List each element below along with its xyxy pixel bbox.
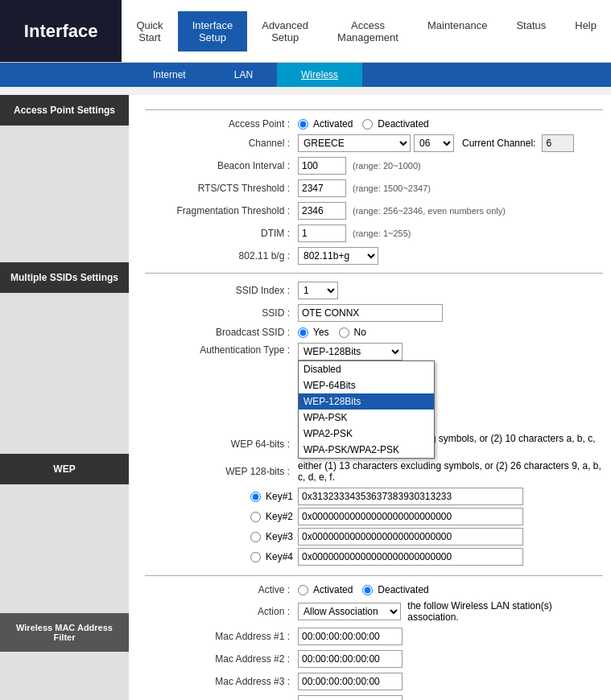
dot11-row: 802.11 b/g : 802.11b+g: [145, 247, 603, 265]
rts-label: RTS/CTS Threshold :: [145, 183, 298, 194]
broadcast-ssid-control: Yes No: [298, 327, 366, 338]
auth-type-control: WEP-128Bits Disabled WEP-64Bits WEP-128B…: [298, 343, 403, 360]
rts-range: (range: 1500~2347): [353, 183, 431, 193]
wep64-label: WEP 64-bits :: [145, 439, 298, 450]
dtim-control: (range: 1~255): [298, 224, 411, 242]
channel-num-select[interactable]: 06: [414, 134, 454, 152]
key4-radio[interactable]: [250, 552, 261, 562]
sidebar-wep[interactable]: WEP: [0, 454, 129, 484]
sub-tab-wireless[interactable]: Wireless: [277, 63, 362, 87]
frag-control: (range: 256~2346, even numbers only): [298, 202, 506, 220]
ssid-label: SSID :: [145, 307, 298, 319]
mac3-row: Mac Address #3 :: [145, 673, 603, 690]
mac-action-row: Action : Allow Association the follow Wi…: [145, 600, 603, 623]
beacon-input[interactable]: [298, 157, 346, 175]
mac-deactivated-radio[interactable]: [362, 585, 373, 595]
tab-quick-start[interactable]: QuickStart: [122, 11, 177, 51]
key4-row: Key#4: [145, 548, 603, 566]
channel-country-select[interactable]: GREECE: [298, 134, 411, 152]
auth-option-wep128[interactable]: WEP-128Bits: [299, 393, 434, 410]
ssid-index-select[interactable]: 1: [298, 282, 338, 299]
auth-type-select[interactable]: WEP-128Bits: [298, 343, 403, 360]
auth-option-wpa-both[interactable]: WPA-PSK/WPA2-PSK: [299, 442, 434, 458]
access-point-row: Access Point : Activated Deactivated: [145, 118, 603, 130]
dtim-label: DTIM :: [145, 228, 298, 239]
key1-input[interactable]: [298, 488, 523, 505]
nav-tabs: QuickStart InterfaceSetup AdvancedSetup …: [122, 11, 611, 51]
sub-tab-lan[interactable]: LAN: [210, 63, 277, 87]
key2-label-area: Key#2: [145, 511, 298, 522]
mac2-input[interactable]: [298, 650, 403, 668]
rts-input[interactable]: [298, 179, 346, 197]
wep128-hint-row: WEP 128-bits : either (1) 13 characters …: [145, 460, 603, 483]
auth-option-wpa2-psk[interactable]: WPA2-PSK: [299, 426, 434, 442]
auth-option-disabled[interactable]: Disabled: [299, 361, 434, 377]
current-channel-input: [542, 134, 574, 152]
rts-row: RTS/CTS Threshold : (range: 1500~2347): [145, 179, 603, 197]
ap-activated-radio[interactable]: [298, 119, 308, 130]
auth-option-wpa-psk[interactable]: WPA-PSK: [299, 410, 434, 426]
key3-label: Key#3: [266, 531, 293, 542]
key2-row: Key#2: [145, 508, 603, 525]
mac-deactivated-label: Deactivated: [378, 584, 428, 595]
ssid-input[interactable]: [298, 304, 443, 322]
ap-deactivated-radio[interactable]: [362, 119, 373, 130]
tab-maintenance[interactable]: Maintenance: [413, 11, 502, 51]
tab-status[interactable]: Status: [502, 11, 560, 51]
mac1-input[interactable]: [298, 628, 403, 645]
ssid-row: SSID :: [145, 304, 603, 322]
key1-label-area: Key#1: [145, 491, 298, 502]
mac3-input[interactable]: [298, 673, 403, 690]
tab-interface-setup[interactable]: InterfaceSetup: [178, 11, 248, 51]
frag-row: Fragmentation Threshold : (range: 256~23…: [145, 202, 603, 220]
tab-advanced-setup[interactable]: AdvancedSetup: [247, 11, 323, 51]
header: Interface QuickStart InterfaceSetup Adva…: [0, 0, 611, 63]
frag-input[interactable]: [298, 202, 346, 220]
mac4-input[interactable]: [298, 695, 403, 700]
sidebar-multiple-ssids[interactable]: Multiple SSIDs Settings: [0, 262, 129, 293]
mac-active-control: Activated Deactivated: [298, 584, 429, 595]
mac2-label: Mac Address #2 :: [145, 653, 298, 665]
channel-row: Channel : GREECE 06 Current Channel:: [145, 134, 603, 152]
beacon-range: (range: 20~1000): [353, 161, 421, 171]
key4-label-area: Key#4: [145, 551, 298, 562]
key1-label: Key#1: [266, 491, 293, 502]
sub-nav: Internet LAN Wireless: [0, 63, 611, 87]
key3-input[interactable]: [298, 528, 523, 546]
mac1-row: Mac Address #1 :: [145, 628, 603, 645]
key2-radio[interactable]: [250, 512, 261, 522]
broadcast-no-radio[interactable]: [339, 327, 349, 338]
wep128-hint: either (1) 13 characters excluding symbo…: [298, 460, 603, 483]
auth-option-wep64[interactable]: WEP-64Bits: [299, 377, 434, 393]
tab-access-management[interactable]: AccessManagement: [323, 11, 413, 51]
current-channel-label: Current Channel:: [462, 138, 535, 149]
dtim-input[interactable]: [298, 224, 346, 242]
mac-active-label: Active :: [145, 584, 298, 595]
broadcast-ssid-label: Broadcast SSID :: [145, 327, 298, 338]
dot11-select[interactable]: 802.11b+g: [298, 247, 378, 265]
access-point-label: Access Point :: [145, 118, 298, 130]
key1-radio[interactable]: [250, 492, 261, 502]
ssid-index-control: 1: [298, 282, 338, 299]
sidebar-wireless-mac-filter[interactable]: Wireless MAC Address Filter: [0, 613, 129, 652]
mac4-row: Mac Address #4 :: [145, 695, 603, 700]
auth-dropdown-list: Disabled WEP-64Bits WEP-128Bits WPA-PSK …: [298, 360, 435, 459]
key3-radio[interactable]: [250, 532, 261, 542]
sidebar-access-point-settings[interactable]: Access Point Settings: [0, 95, 129, 126]
mac2-row: Mac Address #2 :: [145, 650, 603, 668]
mac-action-control: Allow Association the follow Wireless LA…: [298, 600, 603, 623]
auth-type-row: Authentication Type : WEP-128Bits Disabl…: [145, 343, 603, 360]
broadcast-yes-radio[interactable]: [298, 327, 308, 338]
key3-row: Key#3: [145, 528, 603, 546]
key2-input[interactable]: [298, 508, 523, 525]
mac-activated-radio[interactable]: [298, 585, 308, 595]
key4-input[interactable]: [298, 548, 523, 566]
ap-deactivated-label: Deactivated: [378, 118, 428, 130]
mac-action-select[interactable]: Allow Association: [298, 603, 401, 620]
channel-control: GREECE 06 Current Channel:: [298, 134, 574, 152]
tab-help[interactable]: Help: [560, 11, 611, 51]
sub-tab-internet[interactable]: Internet: [129, 63, 210, 87]
rts-control: (range: 1500~2347): [298, 179, 431, 197]
dot11-control: 802.11b+g: [298, 247, 378, 265]
mac-active-row: Active : Activated Deactivated: [145, 584, 603, 595]
